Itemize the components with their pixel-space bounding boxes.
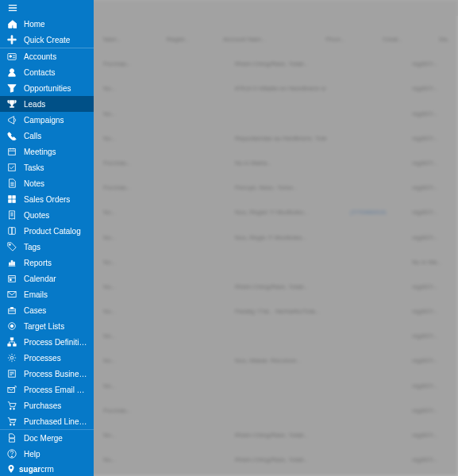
envelope-icon	[6, 289, 17, 300]
sidebar-item-reports[interactable]: Reports	[0, 255, 94, 271]
sidebar-item-calls[interactable]: Calls	[0, 128, 94, 144]
footer-item-label: Doc Merge	[24, 434, 87, 443]
sidebar-item-tags[interactable]: Tags	[0, 239, 94, 255]
receipt-icon	[6, 209, 17, 221]
calendar-o-icon	[6, 146, 17, 157]
sidebar-item-label: Meetings	[24, 148, 87, 156]
target-icon	[6, 321, 17, 332]
book-icon	[6, 225, 17, 236]
bullhorn-icon	[6, 114, 17, 125]
sidebar-item-process-definitions[interactable]: Process Definitions	[0, 334, 94, 350]
sidebar-item-label: Calls	[24, 132, 87, 140]
calendar-icon	[6, 273, 17, 284]
sidebar-item-label: Process Definitions	[24, 338, 87, 347]
doc-merge-icon	[6, 432, 17, 443]
sidebar-item-label: Purchases	[24, 401, 87, 410]
sidebar-item-home[interactable]: Home	[0, 16, 94, 32]
sidebar-item-purchases[interactable]: Purchases	[0, 397, 94, 413]
sidebar-item-label: Contacts	[24, 68, 87, 77]
sidebar-item-processes[interactable]: Processes	[0, 350, 94, 366]
gear-icon	[6, 352, 17, 363]
sidebar-item-cases[interactable]: Cases	[0, 302, 94, 318]
brand-logo: sugarcrm	[0, 462, 94, 476]
sidebar-item-leads[interactable]: Leads	[0, 96, 94, 112]
sidebar-item-label: Accounts	[24, 52, 87, 61]
file-text-icon	[6, 178, 17, 189]
funnel-icon	[6, 83, 17, 94]
hamburger-icon	[8, 3, 17, 13]
rules-icon	[6, 368, 17, 379]
sidebar-item-emails[interactable]: Emails	[0, 286, 94, 302]
chart-bar-icon	[6, 257, 17, 268]
sidebar-item-sales-orders[interactable]: Sales Orders	[0, 191, 94, 207]
help-icon	[6, 448, 17, 459]
sidebar-item-label: Opportunities	[24, 84, 87, 93]
brand-name: sugarcrm	[19, 465, 54, 474]
sidebar-item-opportunities[interactable]: Opportunities	[0, 80, 94, 96]
cart-line-icon	[6, 416, 17, 427]
main-sidebar: HomeQuick CreateAccountsContactsOpportun…	[0, 0, 94, 476]
sidebar-item-label: Notes	[24, 179, 87, 188]
sidebar-item-label: Sales Orders	[24, 195, 87, 204]
sugar-logo-icon	[6, 464, 16, 474]
cart-icon	[6, 400, 17, 411]
sidebar-item-label: Reports	[24, 259, 87, 267]
footer-item-label: Help	[24, 450, 87, 459]
sidebar-item-label: Target Lists	[24, 322, 87, 331]
sidebar-item-label: Cases	[24, 306, 87, 315]
sidebar-item-label: Purchased Line Items	[24, 417, 87, 426]
footer-item-doc-merge[interactable]: Doc Merge	[0, 430, 94, 446]
sidebar-item-label: Emails	[24, 290, 87, 299]
sidebar-item-label: Process Business Rules	[24, 370, 87, 378]
sidebar-footer: Doc MergeHelp sugarcrm	[0, 429, 94, 476]
sidebar-item-product-catalog[interactable]: Product Catalog	[0, 223, 94, 239]
user-icon	[6, 67, 17, 78]
sidebar-item-label: Quick Create	[24, 36, 87, 44]
tag-icon	[6, 241, 17, 252]
sidebar-item-campaigns[interactable]: Campaigns	[0, 112, 94, 128]
sidebar-item-target-lists[interactable]: Target Lists	[0, 318, 94, 334]
sidebar-item-label: Calendar	[24, 274, 87, 283]
sidebar-item-process-email-templa[interactable]: Process Email Templa...	[0, 382, 94, 397]
sidebar-item-accounts[interactable]: Accounts	[0, 48, 94, 64]
sidebar-item-calendar[interactable]: Calendar	[0, 271, 94, 286]
sidebar-item-quick-create[interactable]: Quick Create	[0, 32, 94, 48]
mail-tmpl-icon	[6, 384, 17, 395]
sidebar-item-label: Tags	[24, 243, 87, 251]
search-placeholder	[390, 3, 453, 13]
sidebar-item-contacts[interactable]: Contacts	[0, 64, 94, 80]
footer-item-help[interactable]: Help	[0, 446, 94, 462]
sidebar-item-process-business-rules[interactable]: Process Business Rules	[0, 366, 94, 382]
sitemap-icon	[6, 336, 17, 347]
sidebar-item-label: Product Catalog	[24, 227, 87, 236]
sidebar-item-label: Campaigns	[24, 116, 87, 125]
sidebar-menu: HomeQuick CreateAccountsContactsOpportun…	[0, 16, 94, 429]
sidebar-item-label: Process Email Templa...	[24, 386, 87, 394]
home-icon	[6, 18, 17, 29]
sidebar-item-label: Tasks	[24, 163, 87, 172]
sidebar-item-label: Quotes	[24, 211, 87, 220]
sidebar-item-label: Home	[24, 20, 87, 29]
grid-icon	[6, 194, 17, 205]
trophy-icon	[6, 98, 17, 109]
id-card-icon	[6, 51, 17, 62]
check-square-icon	[6, 162, 17, 173]
sidebar-item-meetings[interactable]: Meetings	[0, 144, 94, 159]
briefcase-icon	[6, 305, 17, 316]
plus-icon	[6, 34, 17, 45]
phone-icon	[6, 130, 17, 141]
sidebar-item-quotes[interactable]: Quotes	[0, 207, 94, 223]
sidebar-item-purchased-line-items[interactable]: Purchased Line Items	[0, 413, 94, 429]
sidebar-item-label: Processes	[24, 354, 87, 363]
sidebar-item-notes[interactable]: Notes	[0, 175, 94, 191]
sidebar-item-tasks[interactable]: Tasks	[0, 159, 94, 175]
sidebar-toggle-button[interactable]	[0, 0, 94, 16]
sidebar-item-label: Leads	[24, 100, 87, 109]
